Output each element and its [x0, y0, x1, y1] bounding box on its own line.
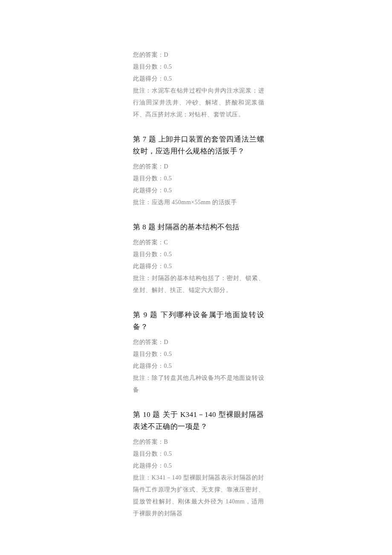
label-note: 批注： — [133, 275, 152, 281]
label-earned-score: 此题得分： — [133, 263, 164, 269]
label-your-answer: 您的答案： — [133, 52, 164, 58]
note-line: 批注：除了转盘其他几种设备均不是地面旋转设备 — [133, 372, 264, 396]
value-your-answer: D — [164, 163, 169, 170]
label-your-answer: 您的答案： — [133, 239, 164, 246]
label-question-score: 题目分数： — [133, 451, 164, 457]
label-earned-score: 此题得分： — [133, 187, 164, 194]
value-question-score: 0.5 — [164, 64, 172, 70]
value-your-answer: D — [164, 339, 169, 345]
earned-score-line: 此题得分：0.5 — [133, 360, 264, 372]
question-7-title: 第 7 题 上卸井口装置的套管四通法兰螺纹时，应选用什么规格的活扳手？ — [133, 133, 264, 157]
question-10-title: 第 10 题 关于 K341－140 型裸眼封隔器表述不正确的一项是？ — [133, 409, 264, 433]
question-8-title: 第 8 题 封隔器的基本结构不包括 — [133, 221, 264, 233]
question-score-line: 题目分数：0.5 — [133, 173, 264, 185]
label-note: 批注： — [133, 375, 152, 381]
value-earned-score: 0.5 — [164, 462, 172, 469]
question-score-line: 题目分数：0.5 — [133, 348, 264, 360]
your-answer-line: 您的答案：D — [133, 161, 264, 173]
question-score-line: 题目分数：0.5 — [133, 61, 264, 73]
value-earned-score: 0.5 — [164, 363, 172, 369]
value-earned-score: 0.5 — [164, 187, 172, 194]
document-page: 您的答案：D 题目分数：0.5 此题得分：0.5 批注：水泥车在钻井过程中向井内… — [0, 0, 392, 555]
label-note: 批注： — [133, 87, 152, 94]
earned-score-line: 此题得分：0.5 — [133, 185, 264, 197]
value-question-score: 0.5 — [164, 251, 172, 257]
label-your-answer: 您的答案： — [133, 163, 164, 170]
question-6-tail: 您的答案：D 题目分数：0.5 此题得分：0.5 批注：水泥车在钻井过程中向井内… — [133, 49, 264, 121]
value-your-answer: D — [164, 52, 169, 58]
label-note: 批注： — [133, 474, 152, 481]
question-10-block: 您的答案：B 题目分数：0.5 此题得分：0.5 批注：K341－140 型裸眼… — [133, 436, 264, 520]
value-your-answer: B — [164, 439, 168, 445]
value-question-score: 0.5 — [164, 351, 172, 357]
your-answer-line: 您的答案：C — [133, 237, 264, 249]
question-score-line: 题目分数：0.5 — [133, 249, 264, 260]
label-earned-score: 此题得分： — [133, 462, 164, 469]
earned-score-line: 此题得分：0.5 — [133, 73, 264, 85]
label-question-score: 题目分数： — [133, 64, 164, 70]
value-note: K341－140 型裸眼封隔器表示封隔器的封隔件工作原理为扩张式、无支撑、靠液压… — [133, 474, 264, 517]
value-question-score: 0.5 — [164, 451, 172, 457]
value-your-answer: C — [164, 239, 168, 246]
question-9-block: 您的答案：D 题目分数：0.5 此题得分：0.5 批注：除了转盘其他几种设备均不… — [133, 336, 264, 396]
value-note: 水泥车在钻井过程中向井内注水泥浆；进行油田深井洗井、冲砂、解堵、挤酸和泥浆循环、… — [133, 87, 264, 118]
question-9-title: 第 9 题 下列哪种设备属于地面旋转设备？ — [133, 309, 264, 333]
your-answer-line: 您的答案：D — [133, 336, 264, 348]
label-question-score: 题目分数： — [133, 251, 164, 257]
label-question-score: 题目分数： — [133, 351, 164, 357]
value-note: 封隔器的基本结构包括了：密封、锁紧、坐封、解封、扶正、锚定六大部分。 — [133, 275, 264, 293]
value-earned-score: 0.5 — [164, 75, 172, 82]
your-answer-line: 您的答案：D — [133, 49, 264, 61]
note-line: 批注：K341－140 型裸眼封隔器表示封隔器的封隔件工作原理为扩张式、无支撑、… — [133, 472, 264, 520]
label-earned-score: 此题得分： — [133, 363, 164, 369]
value-note: 应选用 450mm×55mm 的活扳手 — [152, 199, 237, 205]
label-earned-score: 此题得分： — [133, 75, 164, 82]
note-line: 批注：应选用 450mm×55mm 的活扳手 — [133, 197, 264, 208]
earned-score-line: 此题得分：0.5 — [133, 260, 264, 272]
value-note: 除了转盘其他几种设备均不是地面旋转设备 — [133, 375, 264, 393]
note-line: 批注：水泥车在钻井过程中向井内注水泥浆；进行油田深井洗井、冲砂、解堵、挤酸和泥浆… — [133, 85, 264, 121]
question-score-line: 题目分数：0.5 — [133, 448, 264, 460]
earned-score-line: 此题得分：0.5 — [133, 460, 264, 472]
question-8-block: 您的答案：C 题目分数：0.5 此题得分：0.5 批注：封隔器的基本结构包括了：… — [133, 237, 264, 296]
question-7-block: 您的答案：D 题目分数：0.5 此题得分：0.5 批注：应选用 450mm×55… — [133, 161, 264, 208]
label-question-score: 题目分数： — [133, 175, 164, 182]
your-answer-line: 您的答案：B — [133, 436, 264, 448]
note-line: 批注：封隔器的基本结构包括了：密封、锁紧、坐封、解封、扶正、锚定六大部分。 — [133, 272, 264, 296]
label-note: 批注： — [133, 199, 152, 205]
value-earned-score: 0.5 — [164, 263, 172, 269]
label-your-answer: 您的答案： — [133, 339, 164, 345]
value-question-score: 0.5 — [164, 175, 172, 182]
label-your-answer: 您的答案： — [133, 439, 164, 445]
